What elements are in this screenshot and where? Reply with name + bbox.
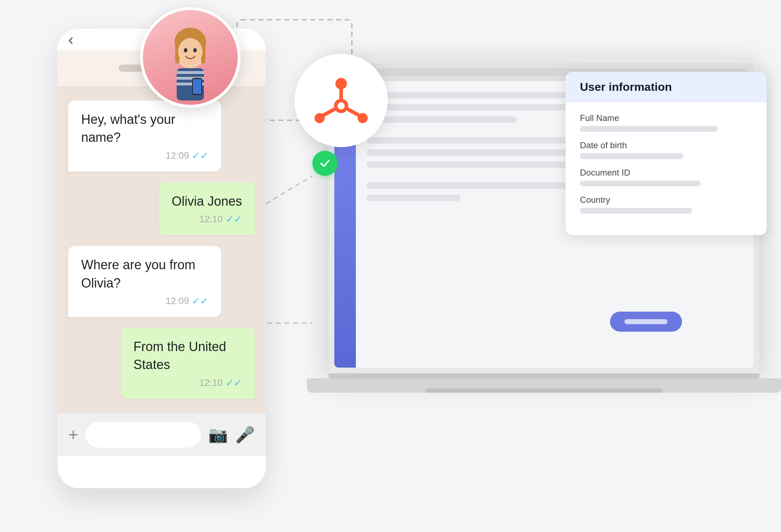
- message-text-3: Where are you from Olivia?: [81, 256, 208, 292]
- message-bubble-1: Hey, what's your name? 12:09 ✓✓: [68, 101, 221, 172]
- svg-point-21: [335, 78, 347, 89]
- message-bubble-4: From the United States 12:10 ✓✓: [121, 328, 255, 399]
- svg-rect-12: [177, 71, 204, 74]
- user-info-card: User information Full Name Date of birth…: [566, 72, 767, 235]
- verified-badge: [312, 151, 338, 176]
- message-input[interactable]: [85, 422, 201, 448]
- message-time-3: 12:09 ✓✓: [81, 295, 208, 307]
- field-dob: Date of birth: [580, 140, 752, 159]
- svg-point-23: [358, 113, 368, 123]
- content-bar-6: [367, 162, 592, 168]
- check-icon: [319, 157, 331, 170]
- field-value-doc-id: [580, 181, 701, 186]
- content-bar-2: [367, 104, 592, 111]
- field-value-full-name: [580, 126, 718, 132]
- field-value-country: [580, 208, 692, 214]
- read-receipt-1: ✓✓: [192, 150, 208, 162]
- field-label-doc-id: Document ID: [580, 168, 752, 178]
- laptop-hinge: [329, 373, 759, 378]
- field-value-dob: [580, 153, 683, 159]
- person-illustration: [154, 22, 226, 105]
- field-country: Country: [580, 195, 752, 214]
- field-full-name: Full Name: [580, 113, 752, 132]
- message-time-1: 12:09 ✓✓: [81, 150, 208, 162]
- main-scene: ‹ Hey, what's your name? 12:09 ✓✓ Olivia…: [0, 0, 781, 532]
- message-time-2: 12:10 ✓✓: [172, 213, 242, 225]
- svg-point-22: [315, 113, 325, 123]
- field-label-dob: Date of birth: [580, 140, 752, 150]
- chat-body: Hey, what's your name? 12:09 ✓✓ Olivia J…: [57, 86, 266, 413]
- card-title: User information: [566, 72, 767, 102]
- message-bubble-2: Olivia Jones 12:10 ✓✓: [159, 182, 255, 235]
- svg-line-20: [348, 109, 360, 116]
- message-text-2: Olivia Jones: [172, 192, 242, 210]
- svg-point-10: [193, 48, 197, 52]
- message-bubble-3: Where are you from Olivia? 12:09 ✓✓: [68, 246, 221, 317]
- content-bar-3: [367, 116, 517, 123]
- svg-point-8: [178, 38, 203, 65]
- avatar-image: [143, 10, 238, 105]
- content-bar-8: [367, 195, 461, 201]
- svg-line-19: [322, 109, 334, 116]
- hubspot-icon: [314, 74, 368, 127]
- svg-point-9: [184, 48, 187, 52]
- read-receipt-4: ✓✓: [226, 377, 242, 389]
- message-text-4: From the United States: [134, 338, 242, 374]
- message-text-1: Hey, what's your name?: [81, 111, 208, 147]
- read-receipt-3: ✓✓: [192, 295, 208, 307]
- back-button[interactable]: ‹: [68, 31, 74, 48]
- laptop-base: [307, 378, 781, 393]
- svg-line-1: [259, 176, 312, 208]
- message-time-4: 12:10 ✓✓: [134, 377, 242, 389]
- field-label-full-name: Full Name: [580, 113, 752, 123]
- field-label-country: Country: [580, 195, 752, 205]
- read-receipt-2: ✓✓: [226, 213, 242, 225]
- attach-button[interactable]: +: [68, 425, 78, 444]
- field-doc-id: Document ID: [580, 168, 752, 186]
- phone-input-bar: + 📷 🎤: [57, 413, 266, 456]
- mic-button[interactable]: 🎤: [235, 425, 255, 444]
- hubspot-logo-circle: [294, 54, 388, 147]
- fab-label: [624, 319, 668, 324]
- svg-rect-16: [193, 79, 201, 94]
- camera-button[interactable]: 📷: [208, 425, 228, 444]
- svg-point-24: [338, 102, 345, 109]
- fab-button[interactable]: [610, 312, 682, 332]
- user-avatar: [140, 7, 241, 108]
